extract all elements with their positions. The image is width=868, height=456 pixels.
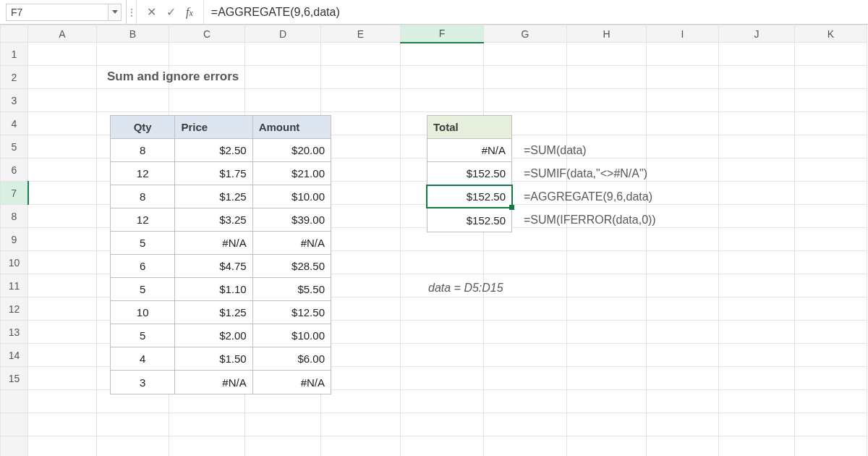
fx-icon[interactable]: fx: [186, 6, 193, 19]
cell-amount[interactable]: #N/A: [253, 232, 331, 255]
cell-amount[interactable]: #N/A: [253, 371, 331, 394]
cell-price[interactable]: $2.50: [175, 139, 252, 162]
table-row[interactable]: 3#N/A#N/A: [111, 371, 331, 394]
range-note: data = D5:D15: [428, 282, 503, 295]
formula-label: =SUM(IFERROR(data,0)): [524, 208, 656, 232]
cell-amount[interactable]: $10.00: [253, 185, 331, 208]
table-row[interactable]: 12$1.75$21.00: [111, 162, 331, 185]
cell-amount[interactable]: $10.00: [253, 324, 331, 347]
row-head-9[interactable]: 9: [1, 228, 28, 251]
table-row[interactable]: 5#N/A#N/A: [111, 232, 331, 255]
col-head-C[interactable]: C: [169, 25, 245, 43]
hdr-amount: Amount: [253, 116, 331, 139]
cell-amount[interactable]: $39.00: [253, 208, 331, 232]
totals-row[interactable]: $152.50: [427, 162, 511, 185]
name-box[interactable]: F7: [6, 4, 109, 21]
col-head-H[interactable]: H: [567, 25, 647, 43]
table-row[interactable]: 12$3.25$39.00: [111, 208, 331, 232]
formula-label: =SUMIF(data,"<>#N/A"): [524, 162, 656, 185]
cell-amount[interactable]: $20.00: [253, 139, 331, 162]
formula-bar-options[interactable]: ⋮: [127, 0, 137, 24]
table-row[interactable]: 10$1.25$12.50: [111, 301, 331, 324]
cell-amount[interactable]: $6.00: [253, 347, 331, 371]
formula-label: =AGGREGATE(9,6,data): [524, 185, 656, 208]
col-head-J[interactable]: J: [719, 25, 795, 43]
cell-qty[interactable]: 6: [111, 255, 175, 278]
cell-qty[interactable]: 3: [111, 371, 175, 394]
enter-icon[interactable]: ✓: [166, 5, 176, 19]
row-head-14[interactable]: 14: [1, 344, 28, 367]
cell-amount[interactable]: $12.50: [253, 301, 331, 324]
table-row[interactable]: 8$2.50$20.00: [111, 139, 331, 162]
cell-qty[interactable]: 5: [111, 232, 175, 255]
name-box-dropdown[interactable]: [109, 4, 122, 21]
cell-total[interactable]: #N/A: [427, 139, 511, 162]
col-head-F[interactable]: F: [401, 25, 484, 43]
cell-total[interactable]: $152.50: [427, 162, 511, 185]
row-head-17[interactable]: [1, 413, 28, 436]
table-row[interactable]: 5$1.10$5.50: [111, 278, 331, 301]
cell-qty[interactable]: 4: [111, 347, 175, 371]
row-head-13[interactable]: 13: [1, 321, 28, 344]
cancel-icon[interactable]: ✕: [147, 5, 156, 19]
row-head-11[interactable]: 11: [1, 274, 28, 297]
cell-amount[interactable]: $28.50: [253, 255, 331, 278]
hdr-total: Total: [427, 116, 511, 139]
cell-qty[interactable]: 8: [111, 185, 175, 208]
row-head-10[interactable]: 10: [1, 251, 28, 274]
row-head-8[interactable]: 8: [1, 205, 28, 228]
col-head-G[interactable]: G: [484, 25, 567, 43]
cell-price[interactable]: $1.50: [175, 347, 252, 371]
cell-qty[interactable]: 5: [111, 278, 175, 301]
totals-row[interactable]: $152.50: [427, 208, 511, 232]
select-all-corner[interactable]: [1, 25, 28, 43]
cell-qty[interactable]: 8: [111, 139, 175, 162]
totals-table: Total #N/A$152.50$152.50$152.50: [427, 115, 512, 232]
cell-price[interactable]: #N/A: [175, 232, 252, 255]
row-head-2[interactable]: 2: [1, 66, 28, 89]
cell-price[interactable]: $2.00: [175, 324, 252, 347]
totals-row[interactable]: $152.50: [427, 185, 511, 208]
row-head-7[interactable]: 7: [1, 182, 28, 205]
totals-row[interactable]: #N/A: [427, 139, 511, 162]
row-head-12[interactable]: 12: [1, 297, 28, 321]
row-head-1[interactable]: 1: [1, 43, 28, 66]
cell-price[interactable]: $1.25: [175, 301, 252, 324]
table-row[interactable]: 6$4.75$28.50: [111, 255, 331, 278]
cell-price[interactable]: $1.25: [175, 185, 252, 208]
col-head-I[interactable]: I: [647, 25, 719, 43]
cell-qty[interactable]: 12: [111, 162, 175, 185]
row-head-4[interactable]: 4: [1, 112, 28, 135]
cell-price[interactable]: #N/A: [175, 371, 252, 394]
col-head-K[interactable]: K: [795, 25, 867, 43]
formula-bar-icons: ✕ ✓ fx: [137, 0, 204, 24]
cell-qty[interactable]: 5: [111, 324, 175, 347]
table-row[interactable]: 8$1.25$10.00: [111, 185, 331, 208]
table-row[interactable]: 5$2.00$10.00: [111, 324, 331, 347]
row-head-6[interactable]: 6: [1, 159, 28, 182]
cell-price[interactable]: $1.10: [175, 278, 252, 301]
col-head-B[interactable]: B: [97, 25, 169, 43]
col-head-A[interactable]: A: [28, 25, 97, 43]
cell-qty[interactable]: 12: [111, 208, 175, 232]
cell-total[interactable]: $152.50: [427, 185, 511, 208]
formula-input[interactable]: =AGGREGATE(9,6,data): [204, 0, 868, 24]
cell-price[interactable]: $3.25: [175, 208, 252, 232]
cell-price[interactable]: $1.75: [175, 162, 252, 185]
col-head-E[interactable]: E: [321, 25, 401, 43]
cell-price[interactable]: $4.75: [175, 255, 252, 278]
row-head-16[interactable]: [1, 390, 28, 413]
cell-amount[interactable]: $21.00: [253, 162, 331, 185]
cell-amount[interactable]: $5.50: [253, 278, 331, 301]
row-head-3[interactable]: 3: [1, 89, 28, 112]
table-row[interactable]: 4$1.50$6.00: [111, 347, 331, 371]
row-head-15[interactable]: 15: [1, 367, 28, 390]
cell-total[interactable]: $152.50: [427, 208, 511, 232]
col-head-D[interactable]: D: [245, 25, 321, 43]
row-head-18[interactable]: [1, 436, 28, 457]
chevron-down-icon: [112, 10, 118, 14]
row-head-5[interactable]: 5: [1, 135, 28, 159]
formula-labels: =SUM(data)=SUMIF(data,"<>#N/A")=AGGREGAT…: [524, 139, 656, 232]
cell-qty[interactable]: 10: [111, 301, 175, 324]
data-table: Qty Price Amount 8$2.50$20.0012$1.75$21.…: [110, 115, 331, 394]
